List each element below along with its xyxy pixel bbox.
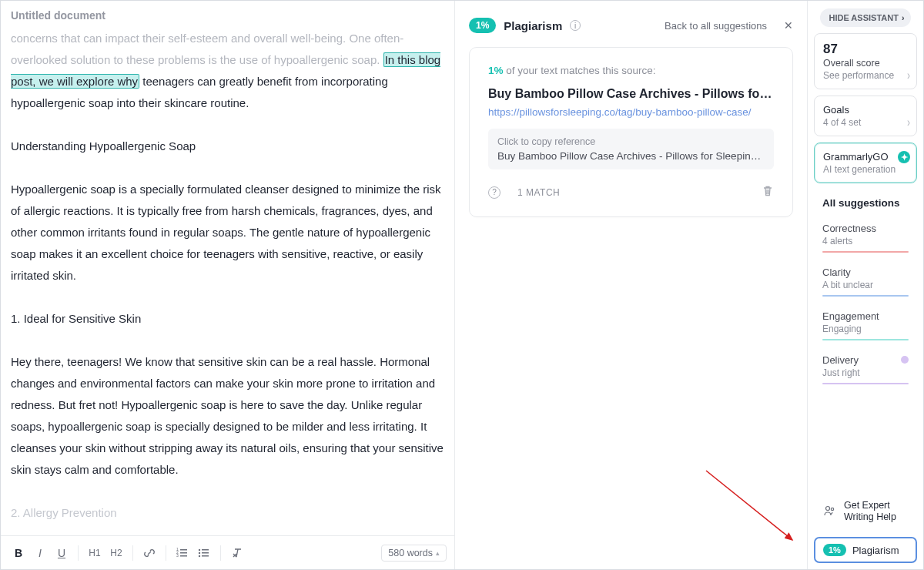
h1-button[interactable]: H1 bbox=[85, 543, 105, 563]
italic-button[interactable]: I bbox=[30, 543, 50, 563]
hide-assistant-button[interactable]: HIDE ASSISTANT ›› bbox=[820, 8, 911, 27]
goals-title: Goals bbox=[823, 104, 908, 116]
svg-point-13 bbox=[831, 508, 833, 510]
chevron-right-icon: › bbox=[907, 67, 910, 82]
source-url-link[interactable]: https://pillowsforsleeping.co/tag/buy-ba… bbox=[488, 106, 774, 118]
toolbar-divider bbox=[78, 545, 79, 561]
svg-point-8 bbox=[199, 555, 200, 556]
info-icon[interactable]: i bbox=[570, 20, 581, 31]
editor-text-truncated: 2. Allergy Prevention bbox=[11, 502, 444, 524]
svg-point-6 bbox=[199, 548, 200, 550]
numbered-list-button[interactable]: 123 bbox=[172, 543, 192, 563]
document-body[interactable]: concerns that can impact their self-este… bbox=[1, 28, 454, 535]
suggestion-categories: All suggestions Correctness 4 alerts Cla… bbox=[814, 197, 917, 398]
ggo-title: GrammarlyGO bbox=[823, 151, 908, 163]
clear-formatting-button[interactable] bbox=[227, 543, 247, 563]
svg-point-7 bbox=[199, 552, 200, 553]
score-sublabel: See performance bbox=[823, 70, 908, 81]
delivery-dot-icon bbox=[901, 356, 909, 364]
bullet-list-button[interactable] bbox=[194, 543, 214, 563]
chevron-right-icon: › bbox=[907, 114, 910, 129]
goals-subtitle: 4 of 4 set bbox=[823, 117, 908, 128]
correctness-item[interactable]: Correctness 4 alerts bbox=[822, 223, 909, 253]
source-title[interactable]: Buy Bamboo Pillow Case Archives - Pillow… bbox=[488, 87, 774, 101]
reference-text: Buy Bamboo Pillow Case Archives - Pillow… bbox=[497, 150, 765, 162]
link-button[interactable] bbox=[139, 543, 159, 563]
reference-copy-box[interactable]: Click to copy reference Buy Bamboo Pillo… bbox=[488, 129, 774, 169]
bold-button[interactable]: B bbox=[8, 543, 28, 563]
grammarlygo-card[interactable]: GrammarlyGO AI text generation ✦ bbox=[814, 142, 917, 183]
chevron-right-icon: ›› bbox=[902, 14, 902, 22]
reference-label: Click to copy reference bbox=[497, 136, 765, 147]
underline-button[interactable]: U bbox=[52, 543, 72, 563]
back-to-suggestions-link[interactable]: Back to all suggestions bbox=[665, 20, 767, 32]
plagiarism-label: Plagiarism bbox=[852, 545, 899, 556]
svg-rect-11 bbox=[202, 555, 209, 557]
editor-heading: Understanding Hypoallergenic Soap bbox=[11, 136, 444, 157]
pane-title: Plagiarism bbox=[504, 19, 562, 32]
svg-rect-10 bbox=[202, 552, 209, 554]
plagiarism-percent-badge: 1% bbox=[823, 544, 846, 556]
svg-text:3: 3 bbox=[176, 553, 179, 558]
svg-rect-9 bbox=[202, 549, 209, 551]
expert-help-label: Get Expert Writing Help bbox=[844, 500, 909, 523]
svg-rect-0 bbox=[180, 549, 187, 551]
plagiarism-source-card: 1% of your text matches this source: Buy… bbox=[469, 47, 793, 217]
suggestion-pane: 1% Plagiarism i Back to all suggestions … bbox=[455, 1, 808, 569]
editor-pane: Untitled document concerns that can impa… bbox=[1, 1, 455, 569]
match-percent-line: 1% of your text matches this source: bbox=[488, 65, 774, 76]
toolbar-divider bbox=[132, 545, 133, 561]
all-suggestions-link[interactable]: All suggestions bbox=[822, 197, 909, 209]
score-label: Overall score bbox=[823, 58, 908, 69]
toolbar-divider bbox=[220, 545, 221, 561]
match-count-label: 1 MATCH bbox=[517, 187, 560, 198]
engagement-item[interactable]: Engagement Engaging bbox=[822, 310, 909, 340]
document-title[interactable]: Untitled document bbox=[1, 1, 454, 28]
editor-paragraph: Hypoallergenic soap is a specially formu… bbox=[11, 179, 444, 287]
svg-point-12 bbox=[826, 506, 830, 510]
clarity-item[interactable]: Clarity A bit unclear bbox=[822, 267, 909, 297]
editor-text-truncated: concerns that can impact their self-este… bbox=[11, 32, 403, 66]
h2-button[interactable]: H2 bbox=[106, 543, 126, 563]
goals-card[interactable]: Goals 4 of 4 set › bbox=[814, 96, 917, 136]
help-icon[interactable]: ? bbox=[488, 186, 500, 199]
word-count[interactable]: 580 words ▴ bbox=[381, 545, 447, 562]
person-icon bbox=[822, 504, 836, 520]
score-value: 87 bbox=[823, 42, 908, 57]
plagiarism-button[interactable]: 1% Plagiarism bbox=[814, 537, 917, 563]
editor-toolbar: B I U H1 H2 123 580 words ▴ bbox=[1, 535, 454, 569]
svg-rect-2 bbox=[180, 555, 187, 557]
close-icon[interactable]: ✕ bbox=[784, 19, 793, 32]
chevron-up-icon: ▴ bbox=[436, 549, 440, 557]
overall-score-card[interactable]: 87 Overall score See performance › bbox=[814, 33, 917, 89]
sparkle-icon: ✦ bbox=[898, 151, 910, 163]
editor-paragraph: Hey there, teenagers! We know that sensi… bbox=[11, 351, 444, 481]
word-count-value: 580 words bbox=[388, 548, 433, 558]
delivery-item[interactable]: Delivery Just right bbox=[822, 354, 909, 384]
ggo-subtitle: AI text generation bbox=[823, 164, 908, 175]
editor-list-heading: 1. Ideal for Sensitive Skin bbox=[11, 308, 444, 330]
svg-rect-1 bbox=[180, 552, 187, 554]
plagiarism-percent-badge: 1% bbox=[469, 18, 496, 33]
assistant-sidebar: HIDE ASSISTANT ›› 87 Overall score See p… bbox=[808, 1, 923, 569]
delete-icon[interactable] bbox=[762, 185, 774, 200]
toolbar-divider bbox=[166, 545, 166, 561]
expert-help-link[interactable]: Get Expert Writing Help bbox=[814, 495, 917, 525]
